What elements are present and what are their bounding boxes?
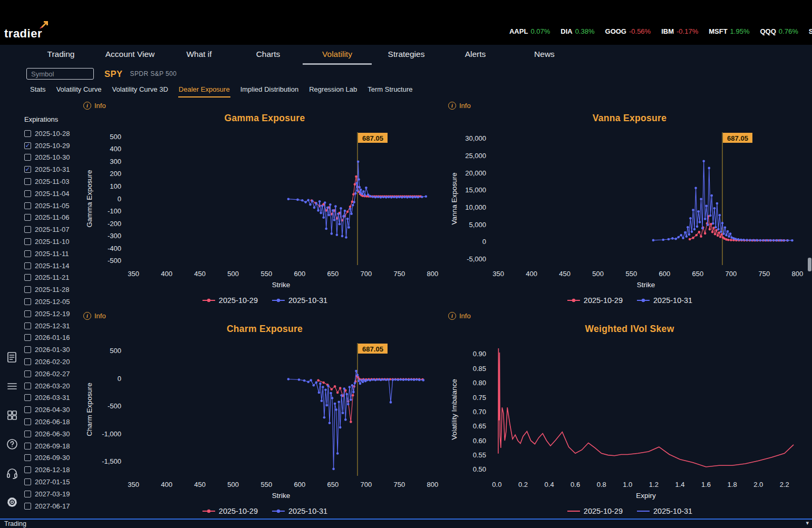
charm-info-button[interactable]: Info	[83, 310, 120, 322]
expiration-checkbox[interactable]	[24, 370, 31, 377]
expiration-checkbox[interactable]	[24, 383, 31, 389]
expiration-item[interactable]: 2025-11-03	[24, 175, 82, 188]
expiration-checkbox[interactable]	[24, 478, 31, 485]
expiration-checkbox[interactable]	[24, 491, 31, 497]
menu-icon[interactable]	[5, 379, 19, 393]
expiration-checkbox[interactable]	[24, 466, 31, 473]
ticker-si[interactable]: SI	[809, 27, 812, 35]
expiration-item[interactable]: 2025-11-14	[24, 260, 82, 272]
legend-item-2025-10-29[interactable]: 2025-10-29	[202, 507, 258, 515]
nav-tab-what-if[interactable]: What if	[165, 45, 234, 65]
expiration-item[interactable]: 2025-11-28	[24, 283, 82, 296]
expiration-item[interactable]: 2026-12-18	[24, 464, 82, 476]
ticker-msft[interactable]: MSFT1.95%	[709, 27, 749, 35]
subtab-volatility-curve[interactable]: Volatility Curve	[56, 83, 102, 97]
expiration-checkbox[interactable]	[24, 178, 31, 185]
ticker-goog[interactable]: GOOG-0.56%	[605, 27, 651, 35]
expiration-item[interactable]: ✓2025-10-29	[24, 140, 82, 152]
ivol-info-button[interactable]: Info	[448, 310, 485, 322]
expiration-checkbox[interactable]	[24, 298, 31, 305]
weighted-ivol-skew-chart[interactable]: 0.900.850.800.750.700.650.600.550.500.00…	[449, 337, 810, 504]
expiration-checkbox[interactable]	[24, 226, 31, 233]
nav-tab-charts[interactable]: Charts	[234, 45, 303, 65]
charm-exposure-chart[interactable]: 5000-500-1,000-1,50035040045050055060065…	[84, 337, 445, 504]
expiration-checkbox[interactable]	[24, 130, 31, 137]
expiration-item[interactable]: 2025-12-31	[24, 320, 82, 332]
nav-tab-strategies[interactable]: Strategies	[372, 45, 441, 65]
tradier-logo[interactable]: tradier	[4, 27, 50, 41]
nav-tab-volatility[interactable]: Volatility	[303, 45, 372, 65]
expiration-item[interactable]: 2026-01-16	[24, 332, 82, 344]
expiration-item[interactable]: 2025-11-04	[24, 188, 82, 200]
expiration-item[interactable]: 2026-04-30	[24, 404, 82, 416]
legend-item-2025-10-31[interactable]: 2025-10-31	[636, 296, 692, 305]
subtab-volatility-curve-3d[interactable]: Volatility Curve 3D	[112, 83, 169, 97]
expiration-item[interactable]: 2025-10-28	[24, 128, 82, 140]
expiration-checkbox[interactable]: ✓	[24, 166, 31, 173]
document-icon[interactable]	[5, 350, 19, 364]
nav-tab-alerts[interactable]: Alerts	[441, 45, 510, 65]
expiration-item[interactable]: 2026-03-20	[24, 380, 82, 392]
expiration-checkbox[interactable]	[24, 154, 31, 161]
expiration-checkbox[interactable]	[24, 214, 31, 221]
expiration-checkbox[interactable]	[24, 250, 31, 257]
ticker-ibm[interactable]: IBM-0.17%	[661, 27, 698, 35]
expiration-checkbox[interactable]	[24, 358, 31, 365]
legend-item-2025-10-29[interactable]: 2025-10-29	[567, 507, 623, 515]
expiration-checkbox[interactable]	[24, 431, 31, 437]
vanna-exposure-chart[interactable]: 30,00025,00020,00015,00010,0005,0000-5,0…	[449, 126, 810, 294]
expiration-checkbox[interactable]	[24, 394, 31, 401]
expiration-item[interactable]: 2027-03-19	[24, 488, 82, 500]
nav-tab-trading[interactable]: Trading	[26, 45, 95, 65]
expiration-item[interactable]: 2025-11-21	[24, 272, 82, 284]
expiration-checkbox[interactable]	[24, 454, 31, 461]
expiration-checkbox[interactable]	[24, 202, 31, 209]
expiration-checkbox[interactable]	[24, 322, 31, 329]
help-icon[interactable]	[5, 437, 19, 451]
nav-tab-account-view[interactable]: Account View	[95, 45, 165, 65]
expiration-checkbox[interactable]: ✓	[24, 142, 31, 149]
legend-item-2025-10-29[interactable]: 2025-10-29	[567, 296, 623, 305]
settings-gear-icon[interactable]	[5, 495, 19, 509]
expiration-item[interactable]: 2025-10-30	[24, 152, 82, 164]
vanna-info-button[interactable]: Info	[448, 100, 485, 111]
ticker-aapl[interactable]: AAPL0.07%	[509, 27, 550, 35]
expiration-item[interactable]: 2026-02-20	[24, 356, 82, 368]
ticker-dia[interactable]: DIA0.38%	[560, 27, 594, 35]
expiration-item[interactable]: 2026-03-31	[24, 392, 82, 404]
gamma-exposure-chart[interactable]: 5004003002001000-100-200-300-400-5003504…	[84, 126, 445, 294]
expiration-checkbox[interactable]	[24, 443, 31, 449]
expiration-item[interactable]: 2027-06-17	[24, 500, 82, 512]
expiration-item[interactable]: 2025-11-07	[24, 223, 82, 236]
subtab-dealer-exposure[interactable]: Dealer Exposure	[178, 83, 230, 97]
subtab-regression-lab[interactable]: Regression Lab	[308, 83, 357, 97]
subtab-term-structure[interactable]: Term Structure	[367, 83, 413, 97]
legend-item-2025-10-31[interactable]: 2025-10-31	[272, 507, 327, 515]
subtab-implied-distribution[interactable]: Implied Distribution	[240, 83, 299, 97]
gamma-info-button[interactable]: Info	[83, 100, 120, 111]
expiration-item[interactable]: 2026-09-30	[24, 452, 82, 464]
legend-item-2025-10-31[interactable]: 2025-10-31	[636, 507, 692, 515]
expiration-checkbox[interactable]	[24, 503, 31, 510]
symbol-input[interactable]	[26, 68, 94, 80]
expiration-checkbox[interactable]	[24, 190, 31, 197]
expiration-checkbox[interactable]	[24, 310, 31, 317]
expiration-item[interactable]: 2025-12-19	[24, 308, 82, 320]
expiration-checkbox[interactable]	[24, 334, 31, 341]
expiration-checkbox[interactable]	[24, 418, 31, 425]
expiration-checkbox[interactable]	[24, 286, 31, 293]
headset-icon[interactable]	[5, 466, 19, 480]
expiration-item[interactable]: 2026-01-30	[24, 344, 82, 356]
expiration-checkbox[interactable]	[24, 406, 31, 413]
expiration-item[interactable]: 2025-11-06	[24, 212, 82, 224]
legend-item-2025-10-31[interactable]: 2025-10-31	[272, 296, 327, 305]
expiration-item[interactable]: 2025-11-11	[24, 248, 82, 260]
expiration-item[interactable]: ✓2025-10-31	[24, 163, 82, 175]
expiration-item[interactable]: 2026-06-30	[24, 428, 82, 440]
expiration-item[interactable]: 2026-06-18	[24, 416, 82, 428]
nav-tab-news[interactable]: News	[510, 45, 579, 65]
expiration-item[interactable]: 2025-11-10	[24, 236, 82, 248]
expiration-item[interactable]: 2026-09-18	[24, 440, 82, 452]
expiration-item[interactable]: 2025-11-05	[24, 200, 82, 212]
expiration-item[interactable]: 2026-02-27	[24, 368, 82, 380]
